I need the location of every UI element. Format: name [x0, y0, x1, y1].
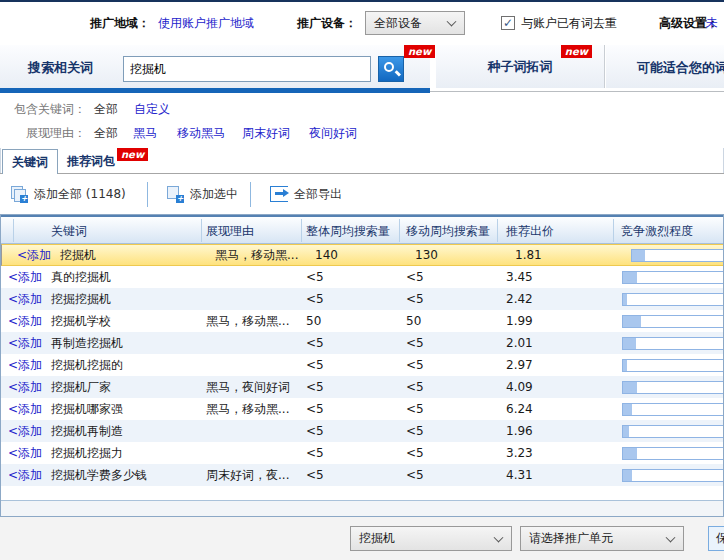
region-label: 推广地域： [90, 15, 150, 32]
reason-cell: 黑马，移动黑... [210, 247, 310, 264]
device-select[interactable]: 全部设备 [365, 11, 465, 35]
table-body: <添加 挖掘机 黑马，移动黑... 140 130 1.81 <添加 挖掘机挖掘… [1, 244, 723, 500]
col-overall-volume[interactable]: 整体周均搜索量 [306, 223, 390, 240]
reason-cell: 黑马，移动黑... [201, 401, 301, 418]
mobile-volume-cell: <5 [401, 336, 498, 350]
table-row[interactable]: <添加 挖掘机哪家强 黑马，移动黑... <5 <5 6.24 [1, 398, 723, 420]
reason-option-dark-horse[interactable]: 黑马 [133, 125, 157, 142]
tab-seed-word-expand[interactable]: 种子词拓词 new [436, 45, 604, 88]
competition-bar [631, 249, 723, 262]
keyword-cell: 再制造挖掘机 [45, 335, 201, 352]
mobile-volume-cell: <5 [401, 402, 498, 416]
contain-custom-option[interactable]: 自定义 [134, 101, 170, 118]
mobile-volume-cell: <5 [401, 380, 498, 394]
add-keyword-link[interactable]: <添加 [8, 336, 42, 350]
contain-all-option[interactable]: 全部 [94, 101, 118, 118]
competition-bar [622, 425, 723, 438]
reason-all-option[interactable]: 全部 [94, 125, 118, 142]
table-row[interactable]: <添加 挖掘机挖掘的 <5 <5 2.97 [1, 354, 723, 376]
reason-option-mobile-dark-horse[interactable]: 移动黑马 [177, 125, 225, 142]
add-keyword-link[interactable]: <添加 [8, 468, 42, 482]
reason-cell: 周末好词，夜... [201, 467, 301, 484]
table-row[interactable]: <添加 再制造挖掘机 <5 <5 2.01 [1, 332, 723, 354]
plan-select[interactable]: 挖掘机 [350, 526, 512, 551]
reason-option-weekend[interactable]: 周末好词 [242, 125, 290, 142]
tab-search-related-words[interactable]: 搜索相关词 new [0, 45, 430, 88]
add-selected-label: 添加选中 [190, 186, 238, 203]
keyword-cell: 挖掘挖掘机 [45, 291, 201, 308]
keyword-cell: 真的挖掘机 [45, 269, 201, 286]
competition-bar [622, 403, 723, 416]
export-icon [270, 186, 288, 202]
add-keyword-link[interactable]: <添加 [17, 248, 51, 262]
tab-word-packs[interactable]: 推荐词包 [67, 153, 115, 170]
overall-volume-cell: <5 [301, 468, 401, 482]
show-reason-label: 展现理由： [26, 125, 86, 142]
table-row[interactable]: <添加 挖掘机厂家 黑马，夜间好词 <5 <5 4.09 [1, 376, 723, 398]
competition-cell [623, 249, 723, 262]
table-row[interactable]: <添加 挖掘机再制造 <5 <5 1.96 [1, 420, 723, 442]
search-icon [384, 62, 394, 72]
suitable-tab-label: 可能适合您的词 [637, 59, 724, 77]
competition-bar [622, 293, 723, 306]
dedupe-checkbox[interactable]: ✓ [501, 16, 515, 30]
add-all-label: 添加全部 (1148) [34, 186, 126, 203]
export-all-label: 全部导出 [294, 186, 342, 203]
col-bid[interactable]: 推荐出价 [506, 223, 554, 240]
new-badge: new [404, 45, 435, 58]
add-keyword-link[interactable]: <添加 [8, 446, 42, 460]
add-selected-button[interactable]: + 添加选中 [166, 185, 238, 203]
tab-keywords[interactable]: 关键词 [2, 149, 58, 174]
col-competition[interactable]: 竞争激烈程度 [621, 223, 693, 240]
seed-tab-label: 种子词拓词 [488, 58, 553, 76]
add-keyword-link[interactable]: <添加 [8, 380, 42, 394]
contain-keyword-label: 包含关键词： [14, 101, 86, 118]
result-tab-strip: 关键词 推荐词包 new [0, 148, 724, 174]
competition-cell [614, 337, 723, 350]
add-keyword-link[interactable]: <添加 [8, 358, 42, 372]
bid-cell: 6.24 [498, 402, 614, 416]
competition-cell [614, 425, 723, 438]
add-keyword-link[interactable]: <添加 [8, 424, 42, 438]
keyword-cell: 挖掘机再制造 [45, 423, 201, 440]
unit-select[interactable]: 请选择推广单元 [520, 526, 684, 551]
add-keyword-link[interactable]: <添加 [8, 292, 42, 306]
keyword-cell: 挖掘机 [54, 247, 210, 264]
mobile-volume-cell: 50 [401, 314, 498, 328]
tab-suitable-words[interactable]: 可能适合您的词 [606, 45, 724, 88]
export-all-button[interactable]: 全部导出 [270, 186, 342, 203]
reason-option-night[interactable]: 夜间好词 [309, 125, 357, 142]
table-row[interactable]: <添加 挖掘机 黑马，移动黑... 140 130 1.81 [1, 244, 723, 266]
add-keyword-link[interactable]: <添加 [8, 314, 42, 328]
add-all-button[interactable]: + 添加全部 (1148) [10, 185, 126, 203]
bid-cell: 1.96 [498, 424, 614, 438]
search-input[interactable] [123, 56, 371, 82]
table-row[interactable]: <添加 挖掘挖掘机 <5 <5 2.42 [1, 288, 723, 310]
competition-cell [614, 381, 723, 394]
mobile-volume-cell: <5 [401, 292, 498, 306]
search-button[interactable] [378, 56, 404, 82]
device-select-value: 全部设备 [374, 15, 422, 32]
keyword-table: 关键词 展现理由 整体周均搜索量 移动周均搜索量 推荐出价 竞争激烈程度 <添加… [0, 214, 724, 517]
col-reason[interactable]: 展现理由 [206, 223, 254, 240]
keyword-cell: 挖掘机学校 [45, 313, 201, 330]
table-row[interactable]: <添加 挖掘机学费多少钱 周末好词，夜... <5 <5 4.31 [1, 464, 723, 486]
table-header: 关键词 展现理由 整体周均搜索量 移动周均搜索量 推荐出价 竞争激烈程度 [1, 215, 723, 244]
advanced-settings-link[interactable]: 未 [706, 15, 718, 32]
bid-cell: 2.01 [498, 336, 614, 350]
col-mobile-volume[interactable]: 移动周均搜索量 [406, 223, 490, 240]
table-row[interactable]: <添加 挖掘机学校 黑马，移动黑... 50 50 1.99 [1, 310, 723, 332]
region-value-link[interactable]: 使用账户推广地域 [158, 15, 254, 32]
bid-cell: 2.97 [498, 358, 614, 372]
col-keyword[interactable]: 关键词 [51, 223, 87, 240]
table-row[interactable]: <添加 真的挖掘机 <5 <5 3.45 [1, 266, 723, 288]
save-button-partial[interactable]: 保存 [708, 526, 724, 551]
main-tab-strip: 搜索相关词 new 种子词拓词 new 可能适合您的词 [0, 45, 724, 93]
bid-cell: 3.23 [498, 446, 614, 460]
competition-cell [614, 315, 723, 328]
add-keyword-link[interactable]: <添加 [8, 270, 42, 284]
competition-cell [614, 293, 723, 306]
table-row[interactable]: <添加 挖掘机挖掘力 <5 <5 3.23 [1, 442, 723, 464]
add-keyword-link[interactable]: <添加 [8, 402, 42, 416]
overall-volume-cell: <5 [301, 380, 401, 394]
